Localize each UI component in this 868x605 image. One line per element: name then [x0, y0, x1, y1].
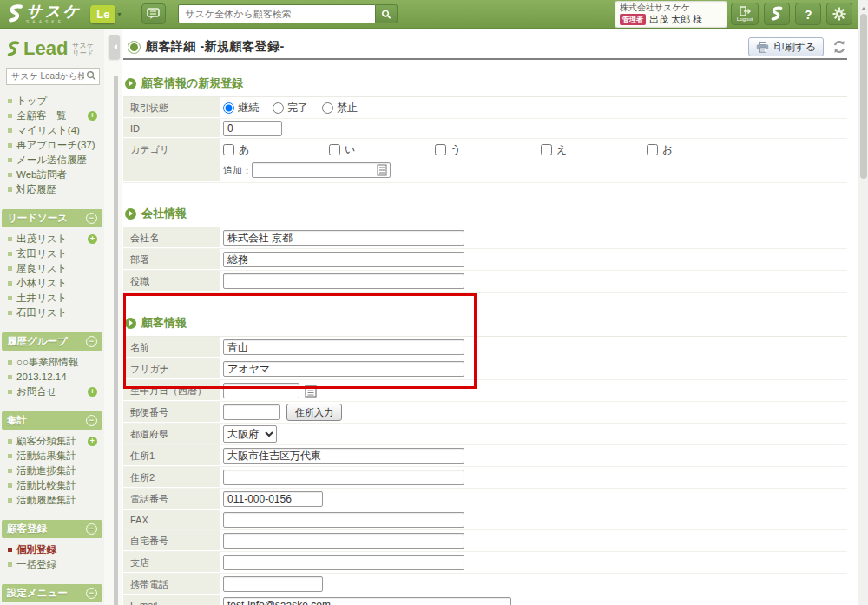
- phone-input[interactable]: [223, 491, 323, 507]
- company-name: 株式会社サスケケ: [620, 3, 722, 13]
- add-icon[interactable]: +: [88, 437, 97, 446]
- sidebar-item[interactable]: 活動進捗集計: [0, 464, 104, 478]
- zip-input[interactable]: [223, 404, 280, 420]
- field-control: [220, 552, 847, 573]
- refresh-icon[interactable]: [832, 39, 847, 55]
- company-name-input[interactable]: [223, 230, 464, 246]
- sidebar-item[interactable]: 個別登録: [0, 543, 104, 557]
- form-row: 会社名: [123, 227, 847, 249]
- name-input[interactable]: [223, 339, 464, 355]
- address-input-button[interactable]: 住所入力: [286, 404, 342, 421]
- email-input[interactable]: [223, 597, 511, 605]
- collapse-icon[interactable]: −: [86, 213, 97, 224]
- department-input[interactable]: [223, 252, 464, 267]
- page-scrollbar-thumb[interactable]: [860, 14, 867, 179]
- sidebar-item[interactable]: 出茂リスト+: [0, 232, 104, 247]
- trade-status-option[interactable]: 禁止: [322, 101, 358, 115]
- logout-button[interactable]: Logout: [731, 3, 759, 25]
- category-option[interactable]: え: [541, 142, 647, 157]
- memo-button[interactable]: [141, 3, 166, 24]
- sidebar-item[interactable]: マイリスト(4): [0, 123, 104, 138]
- global-search-input[interactable]: [178, 4, 376, 23]
- add-icon[interactable]: +: [88, 234, 97, 244]
- sidebar-section-header[interactable]: 顧客登録−: [2, 520, 102, 538]
- category-checkbox[interactable]: [647, 144, 658, 155]
- form-row: 住所1: [123, 445, 847, 467]
- sidebar-item[interactable]: 2013.12.14: [0, 370, 104, 385]
- chevron-down-icon[interactable]: ▾: [117, 10, 121, 18]
- gear-icon: [832, 7, 846, 21]
- address1-input[interactable]: [223, 448, 464, 464]
- sidebar-item[interactable]: メール送信履歴: [0, 153, 104, 168]
- saaske-home-button[interactable]: [764, 3, 790, 25]
- trade-status-radio[interactable]: [322, 102, 333, 114]
- collapse-icon[interactable]: −: [86, 588, 97, 599]
- furigana-input[interactable]: [223, 361, 464, 377]
- global-search-button[interactable]: [376, 4, 398, 23]
- category-checkbox[interactable]: [541, 144, 552, 155]
- category-checkbox[interactable]: [223, 144, 234, 155]
- sidebar-item[interactable]: 一括登録: [0, 557, 104, 572]
- category-checkbox[interactable]: [435, 144, 446, 155]
- sidebar-item[interactable]: 活動履歴集計: [0, 493, 104, 508]
- category-checkbox[interactable]: [329, 144, 340, 155]
- branch-input[interactable]: [223, 555, 464, 570]
- print-button[interactable]: 印刷する: [748, 37, 824, 56]
- mobile-input[interactable]: [223, 576, 323, 592]
- calendar-icon[interactable]: [305, 384, 318, 398]
- category-option[interactable]: い: [329, 142, 435, 157]
- sidebar-section-header[interactable]: 履歴グループ−: [2, 332, 102, 351]
- address2-input[interactable]: [223, 470, 464, 485]
- sidebar-item[interactable]: 再アプローチ(37): [0, 138, 104, 153]
- sidebar-item[interactable]: 石田リスト: [0, 306, 104, 320]
- trade-status-option[interactable]: 継続: [223, 101, 259, 115]
- sidebar-item[interactable]: 顧客分類集計+: [0, 434, 104, 449]
- sidebar-item[interactable]: 活動結果集計: [0, 449, 104, 464]
- list-picker-icon[interactable]: [377, 164, 388, 176]
- add-icon[interactable]: +: [88, 387, 97, 397]
- fax-input[interactable]: [223, 512, 464, 528]
- page-scrollbar[interactable]: [858, 0, 868, 605]
- id-input[interactable]: [223, 121, 282, 136]
- sidebar-item[interactable]: 全顧客一覧+: [0, 109, 104, 123]
- sidebar-scrollbar[interactable]: [114, 76, 118, 605]
- category-add-input[interactable]: [252, 162, 391, 178]
- sidebar-item[interactable]: 対応履歴: [0, 182, 104, 197]
- lead-app-badge[interactable]: Le: [90, 5, 115, 23]
- user-name: 出茂 太郎 様: [649, 13, 702, 26]
- home-phone-input[interactable]: [223, 533, 464, 549]
- form-row: 郵便番号住所入力: [123, 402, 847, 424]
- sidebar-item[interactable]: お問合せ+: [0, 385, 104, 399]
- sidebar-section-header[interactable]: 集計−: [2, 411, 102, 430]
- help-button[interactable]: ?: [795, 3, 821, 25]
- sidebar-item[interactable]: ○○事業部情報: [0, 355, 104, 370]
- sidebar-item[interactable]: 玄田リスト: [0, 247, 104, 261]
- sidebar-item[interactable]: 小林リスト: [0, 276, 104, 291]
- sidebar-item[interactable]: Web訪問者: [0, 168, 104, 182]
- prefecture-select[interactable]: 大阪府: [223, 425, 277, 443]
- category-option[interactable]: お: [647, 142, 753, 157]
- sidebar-collapse-handle[interactable]: [108, 35, 120, 59]
- add-icon[interactable]: +: [88, 111, 97, 121]
- collapse-icon[interactable]: −: [86, 523, 97, 535]
- category-option[interactable]: う: [435, 142, 541, 157]
- sidebar-section-header[interactable]: 設定メニュー−: [2, 584, 102, 602]
- form-row: 名前: [123, 337, 847, 358]
- collapse-icon[interactable]: −: [86, 336, 97, 347]
- trade-status-option[interactable]: 完了: [273, 101, 308, 115]
- category-option[interactable]: あ: [223, 142, 329, 157]
- sidebar-item[interactable]: 活動比較集計: [0, 478, 104, 493]
- settings-button[interactable]: [826, 3, 852, 25]
- field-control: あいうえお追加：: [220, 139, 847, 182]
- sidebar-item[interactable]: 屋良リスト: [0, 261, 104, 276]
- form-row: 住所2: [123, 467, 847, 489]
- sidebar-item[interactable]: トップ: [0, 94, 104, 109]
- field-control: [220, 358, 847, 379]
- position-input[interactable]: [223, 273, 464, 289]
- collapse-icon[interactable]: −: [86, 415, 97, 426]
- trade-status-radio[interactable]: [223, 102, 234, 114]
- sidebar-section-header[interactable]: リードソース−: [2, 209, 102, 227]
- trade-status-radio[interactable]: [273, 102, 284, 114]
- birthday-input[interactable]: [223, 383, 299, 398]
- sidebar-item[interactable]: 土井リスト: [0, 291, 104, 306]
